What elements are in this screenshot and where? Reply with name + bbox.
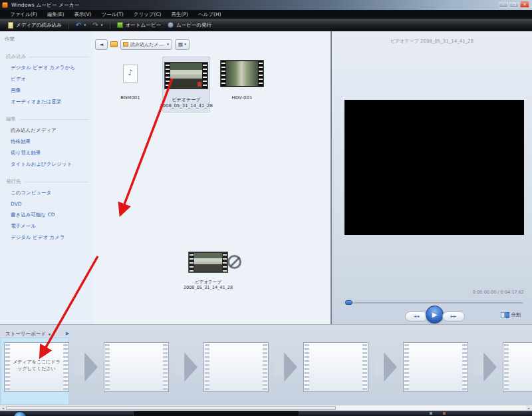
sidebar-link-recordable-cd[interactable]: 書き込み可能な CD [11,212,93,218]
collection-dropdown-arrow[interactable]: ▼ [167,43,169,46]
preview-pane: ビデオテープ 2008_05_31_14_41_28 0:00:00.00 / … [331,31,532,324]
start-orb-icon[interactable] [13,411,27,416]
section-import: 読み込み [6,53,89,60]
import-media-button[interactable]: メディアの読み込み [5,21,65,30]
collection-dropdown[interactable]: 読み込んだメディア ▼ [120,39,172,50]
automovie-button[interactable]: オートムービー [114,21,164,30]
media-pane: ◄ 読み込んだメディア ▼ ▦ ▼ ♪ BGM001 [93,31,331,324]
transition-arrow-icon [275,353,297,382]
menu-help[interactable]: ヘルプ(H) [198,11,221,18]
transition-arrow-icon [374,353,397,382]
video-preview-screen [344,100,524,235]
maximize-button[interactable]: ❐ [509,1,519,8]
sidebar-link-videos[interactable]: ビデオ [11,76,93,83]
storyboard-cell-1[interactable]: メディアをここにドラッグしてください [4,342,69,392]
undo-button[interactable]: ↶ ▼ [72,21,89,30]
menu-tools[interactable]: ツール(T) [101,11,123,18]
sidebar-link-titles-credits[interactable]: タイトルおよびクレジット [11,161,93,168]
music-note-icon: ♪ [124,68,137,77]
storyboard-track: メディアをここにドラッグしてください [4,342,532,392]
video-thumbnail [220,60,264,87]
section-publish-to: 発行先 [6,178,89,185]
back-button[interactable]: ◄ [95,39,108,50]
scroll-left-arrow[interactable]: ◂ [0,405,6,411]
media-item-label: ビデオテープ 2008_05_31_14_41_28 [160,97,213,109]
section-edit: 編集 [6,116,89,122]
movie-maker-app-icon [2,2,8,8]
menu-play[interactable]: 再生(P) [172,11,188,18]
main-toolbar: メディアの読み込み ↶ ▼ ↷ ▼ オートムービー ムービーの発行 [0,19,532,31]
menu-file[interactable]: ファイル(F) [10,11,37,18]
redo-icon: ↷ [92,22,98,29]
tray-icon [443,412,446,415]
storyboard-view-dropdown[interactable]: ストーリーボード ▼ [5,331,51,337]
media-item-hdv-001[interactable]: HDV-001 [218,57,266,101]
previous-frame-button[interactable]: ◄◄ [405,312,428,321]
chevron-down-icon: ▼ [49,333,51,336]
sidebar-link-dvd[interactable]: DVD [11,201,93,207]
next-frame-button[interactable]: ►► [442,312,465,321]
tasks-pane: 作業 読み込み デジタル ビデオ カメラから ビデオ 画像 オーディオまたは音楽… [0,31,93,324]
publish-movie-icon [168,22,174,28]
menu-edit[interactable]: 編集(E) [47,11,65,18]
storyboard-scrollbar[interactable]: ◂ ▸ [0,405,532,411]
storyboard-cell-6[interactable] [503,342,532,392]
movie-maker-window: Windows ムービー メーカー – ❐ ✕ ファイル(F) 編集(E) 表示… [0,0,532,416]
undo-dropdown-arrow[interactable]: ▼ [84,23,86,27]
sidebar-link-transitions[interactable]: 切り替え効果 [11,150,93,156]
seek-bar-thumb[interactable] [345,300,352,305]
views-button[interactable]: ▦ ▼ [175,39,190,50]
redo-dropdown-arrow[interactable]: ▼ [101,23,103,27]
window-title: Windows ムービー メーカー [11,2,79,9]
play-storyboard-button[interactable]: ▶ [66,331,69,336]
toolbar-separator [68,21,69,29]
media-item-bgm001[interactable]: ♪ BGM001 [106,57,154,101]
undo-icon: ↶ [76,22,81,29]
publish-movie-button[interactable]: ムービーの発行 [164,21,215,30]
sidebar-link-imported-media[interactable]: 読み込んだメディア [11,127,93,134]
automovie-icon [117,22,123,28]
minimize-button[interactable]: – [499,1,508,8]
media-item-videotape-clip[interactable]: ビデオテープ 2008_05_31_14_41_28 [162,57,210,112]
tray-icon [430,412,432,415]
drag-cursor-icon [227,255,241,269]
transition-arrow-icon [175,353,198,382]
dragged-clip-ghost: ビデオテープ 2008_05_31_14_41_28 [178,252,238,291]
sidebar-link-email[interactable]: 電子メール [11,223,93,230]
storyboard-pane: ストーリーボード ▼ ▶ メディアをここにドラッグしてください [0,324,532,405]
play-button[interactable]: ▶ [426,306,444,323]
sidebar-link-effects[interactable]: 特殊効果 [11,138,93,145]
sidebar-link-pictures[interactable]: 画像 [11,87,93,94]
menu-view[interactable]: 表示(V) [74,11,91,18]
taskbar-app-button[interactable] [133,411,299,416]
toolbar-separator [110,21,110,29]
preview-clip-title: ビデオテープ 2008_05_31_14_41_28 [332,38,532,45]
sidebar-link-from-digital-video-camera[interactable]: デジタル ビデオ カメラから [11,65,93,71]
split-button[interactable]: 分割 [501,312,521,318]
scrollbar-thumb[interactable] [6,406,336,410]
transition-arrow-icon [474,353,497,382]
playback-time: 0:00:00.00 / 0:04:17.62 [473,290,524,295]
media-items-list: ♪ BGM001 ビデオテープ 2008_05_31_14_41_28 [106,57,266,112]
dragged-clip-thumbnail [188,252,228,273]
transition-arrow-icon [75,353,98,382]
storyboard-cell-3[interactable] [203,342,269,392]
title-bar: Windows ムービー メーカー – ❐ ✕ [0,0,532,10]
redo-button[interactable]: ↷ ▼ [89,21,106,30]
seek-bar[interactable] [345,302,523,304]
folder-up-icon[interactable] [110,41,118,47]
storyboard-cell-5[interactable] [403,342,468,392]
video-thumbnail [164,62,208,89]
media-pane-toolbar: ◄ 読み込んだメディア ▼ ▦ ▼ [95,39,190,50]
import-media-icon [8,22,13,29]
folder-icon [123,42,128,47]
menu-clip[interactable]: クリップ(C) [134,11,162,18]
sidebar-link-this-computer[interactable]: このコンピュータ [11,190,93,196]
storyboard-cell-4[interactable] [303,342,368,392]
storyboard-cell-2[interactable] [104,342,169,392]
sidebar-link-digital-video-camera[interactable]: デジタル ビデオ カメラ [11,234,93,241]
scroll-right-arrow[interactable]: ▸ [526,405,532,411]
sidebar-link-audio-or-music[interactable]: オーディオまたは音楽 [11,99,93,105]
storyboard-drop-hint: メディアをここにドラッグしてください [12,359,61,373]
close-button[interactable]: ✕ [520,1,529,8]
